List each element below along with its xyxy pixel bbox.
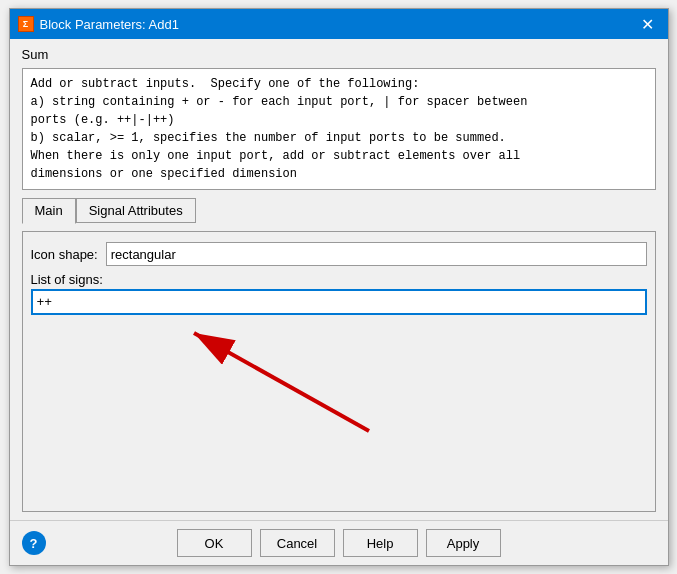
button-bar: ? OK Cancel Help Apply bbox=[10, 520, 668, 565]
desc-line-2: a) string containing + or - for each inp… bbox=[31, 93, 647, 111]
desc-line-3: ports (e.g. ++|-|++) bbox=[31, 111, 647, 129]
desc-line-5: When there is only one input port, add o… bbox=[31, 147, 647, 165]
signs-section: List of signs: bbox=[31, 272, 647, 315]
cancel-button[interactable]: Cancel bbox=[260, 529, 335, 557]
close-button[interactable]: ✕ bbox=[636, 14, 660, 34]
arrow-container bbox=[31, 321, 647, 441]
tab-main[interactable]: Main bbox=[22, 198, 76, 224]
apply-button[interactable]: Apply bbox=[426, 529, 501, 557]
icon-shape-label: Icon shape: bbox=[31, 247, 98, 262]
tab-content: Icon shape: rectangular round List of si… bbox=[22, 231, 656, 512]
block-type-label: Sum bbox=[22, 47, 656, 62]
icon-shape-row: Icon shape: rectangular round bbox=[31, 242, 647, 266]
title-bar: Σ Block Parameters: Add1 ✕ bbox=[10, 9, 668, 39]
main-panel: Icon shape: rectangular round List of si… bbox=[31, 242, 647, 441]
signs-label: List of signs: bbox=[31, 272, 647, 287]
dialog-body: Sum Add or subtract inputs. Specify one … bbox=[10, 39, 668, 520]
help-button[interactable]: Help bbox=[343, 529, 418, 557]
block-parameters-dialog: Σ Block Parameters: Add1 ✕ Sum Add or su… bbox=[9, 8, 669, 566]
desc-line-1: Add or subtract inputs. Specify one of t… bbox=[31, 75, 647, 93]
title-bar-left: Σ Block Parameters: Add1 bbox=[18, 16, 179, 32]
icon-shape-select[interactable]: rectangular round bbox=[106, 242, 647, 266]
dialog-title: Block Parameters: Add1 bbox=[40, 17, 179, 32]
desc-line-6: dimensions or one specified dimension bbox=[31, 165, 647, 183]
tab-signal-attributes[interactable]: Signal Attributes bbox=[76, 198, 196, 223]
ok-button[interactable]: OK bbox=[177, 529, 252, 557]
help-circle-button[interactable]: ? bbox=[22, 531, 46, 555]
icon-shape-select-wrapper: rectangular round bbox=[106, 242, 647, 266]
desc-line-4: b) scalar, >= 1, specifies the number of… bbox=[31, 129, 647, 147]
svg-line-1 bbox=[194, 333, 369, 431]
dialog-icon: Σ bbox=[18, 16, 34, 32]
red-arrow-indicator bbox=[31, 321, 647, 441]
tabs-row: Main Signal Attributes bbox=[22, 198, 656, 223]
description-area: Add or subtract inputs. Specify one of t… bbox=[22, 68, 656, 190]
signs-input[interactable] bbox=[31, 289, 647, 315]
